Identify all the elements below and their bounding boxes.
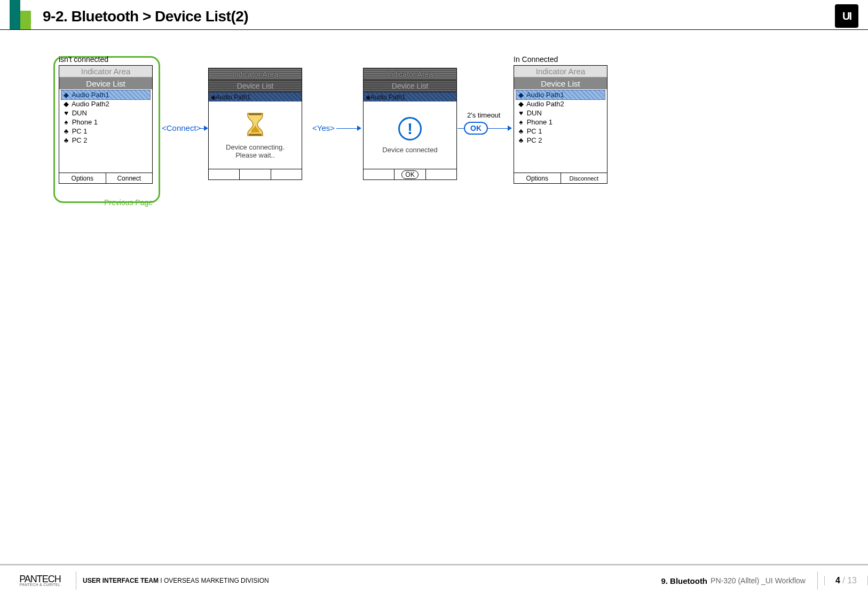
heart-icon: ♥ [62,108,70,118]
footer-rule [0,565,868,566]
list-item[interactable]: ♠ Phone 1 [61,118,150,127]
list-item[interactable]: ♣ PC 2 [61,136,150,145]
brand-name: PANTECH [11,575,69,583]
club-icon: ♣ [62,127,70,136]
section-num: 9. Bluetooth [661,576,707,585]
screen4-caption: In Connected [514,55,558,64]
timeout-label: 2's timeout [467,111,500,119]
indicator-area: Indicator Area [514,66,607,77]
softkey-left [364,169,394,179]
arrow-head-icon [357,126,361,131]
list-item-label: DUN [527,109,542,117]
status-text: Device connecting. [226,143,285,151]
club-icon: ♣ [517,127,525,136]
heart-icon: ♥ [517,108,525,118]
list-item[interactable]: ♥ DUN [61,108,150,118]
club-icon: ♣ [517,136,525,145]
softkey-bar: Options Disconnect [514,173,607,183]
dialog-body: ! Device connected [364,102,456,169]
team-label: USER INTERFACE TEAM I OVERSEAS MARKETING… [83,577,269,584]
section-label: 9. Bluetooth [661,576,707,585]
arrow-line [457,128,464,129]
list-item[interactable]: ♠ Phone 1 [516,118,605,127]
page-number: 4 / 13 [824,576,868,585]
device-list: ◆ Audio Path1 ◆ Audio Path2 ♥ DUN ♠ Phon… [514,89,607,173]
screen4-device-list: Indicator Area Device List ◆ Audio Path1… [514,65,607,184]
dim-row-label: Audio Path1 [370,93,405,101]
diamond-icon: ◆ [62,90,70,99]
dim-row-label: Audio Path1 [216,93,250,101]
ok-label: OK [401,170,418,179]
selected-row-dimmed: ◆ Audio Path1 [364,92,456,101]
footer-rule [0,564,868,565]
softkey-mid[interactable] [240,169,271,179]
list-item-label: DUN [72,109,87,117]
list-item[interactable]: ◆ Audio Path1 [61,90,151,100]
dimmed-header: Indicator Area Device List ◆ Audio Path1 [209,68,302,101]
previous-page-label: Previous Page [104,198,153,207]
softkey-left[interactable] [209,169,240,179]
arrow-head-icon [204,126,208,131]
page-current: 4 [835,576,840,585]
indicator-area-dimmed: Indicator Area [209,68,302,80]
indicator-area: Indicator Area [59,66,152,77]
section-sub: PN-320 (Alltel) _UI Workflow [711,576,806,585]
list-item[interactable]: ◆ Audio Path2 [516,99,605,108]
arrow-yes-label: <Yes> [312,123,335,132]
list-item[interactable]: ♥ DUN [516,108,605,118]
page-total: 13 [847,576,857,585]
team-rest: OVERSEAS MARKETING DIVISION [164,577,269,584]
device-list-header-dimmed: Device List [209,80,302,92]
spade-icon: ♠ [62,118,70,127]
diamond-icon: ◆ [62,99,70,108]
screen3-connected: Indicator Area Device List ◆ Audio Path1… [363,68,457,180]
device-list: ◆ Audio Path1 ◆ Audio Path2 ♥ DUN ♠ Phon… [59,89,152,173]
spade-icon: ♠ [517,118,525,127]
club-icon: ♣ [62,136,70,145]
brand-logo: PANTECH PANTECH & CURITEL [11,575,69,587]
softkey-bar [209,169,302,179]
dimmed-header: Indicator Area Device List ◆ Audio Path1 [364,68,456,101]
status-text: Please wait.. [235,151,275,159]
status-text: Device connected [382,146,437,154]
device-list-header: Device List [514,77,607,89]
logo-ui-icon: UI [835,4,858,28]
arrow-line [487,128,508,129]
softkey-bar: OK [364,169,456,179]
softkey-options[interactable]: Options [514,173,561,183]
arrow-head-icon [508,126,512,131]
list-item-label: PC 2 [72,136,88,144]
list-item-label: Phone 1 [72,118,98,126]
alert-icon: ! [398,117,422,140]
list-item-label: PC 1 [72,127,88,135]
divider [817,572,818,590]
softkey-disconnect[interactable]: Disconnect [561,173,607,183]
header-rule [0,29,868,30]
page-sep: / [840,576,847,585]
selected-row-dimmed: ◆ Audio Path1 [209,92,302,101]
header-stripe-green [20,11,31,29]
softkey-bar: Options Connect [59,173,152,183]
list-item-label: Audio Path2 [72,100,109,108]
list-item[interactable]: ♣ PC 2 [516,136,605,145]
diamond-icon: ◆ [517,99,525,108]
arrow-connect-label: <Connect> [162,123,201,132]
list-item[interactable]: ◆ Audio Path1 [516,90,605,100]
softkey-right [426,169,456,179]
list-item[interactable]: ◆ Audio Path2 [61,99,150,108]
list-item[interactable]: ♣ PC 1 [516,127,605,136]
screen1-device-list: Indicator Area Device List ◆ Audio Path1… [59,65,153,184]
softkey-connect[interactable]: Connect [106,173,153,183]
page-title: 9-2. Bluetooth > Device List(2) [43,8,248,25]
dialog-body: Device connecting. Please wait.. [209,102,302,169]
softkey-options[interactable]: Options [59,173,106,183]
softkey-ok[interactable]: OK [394,169,425,179]
indicator-area-dimmed: Indicator Area [364,68,456,80]
hourglass-icon [246,112,265,137]
device-list-header: Device List [59,77,152,89]
team-bold: USER INTERFACE TEAM [83,577,159,584]
softkey-right[interactable] [271,169,302,179]
list-item-label: Audio Path2 [526,100,564,108]
list-item[interactable]: ♣ PC 1 [61,127,150,136]
diamond-icon: ◆ [517,90,525,99]
